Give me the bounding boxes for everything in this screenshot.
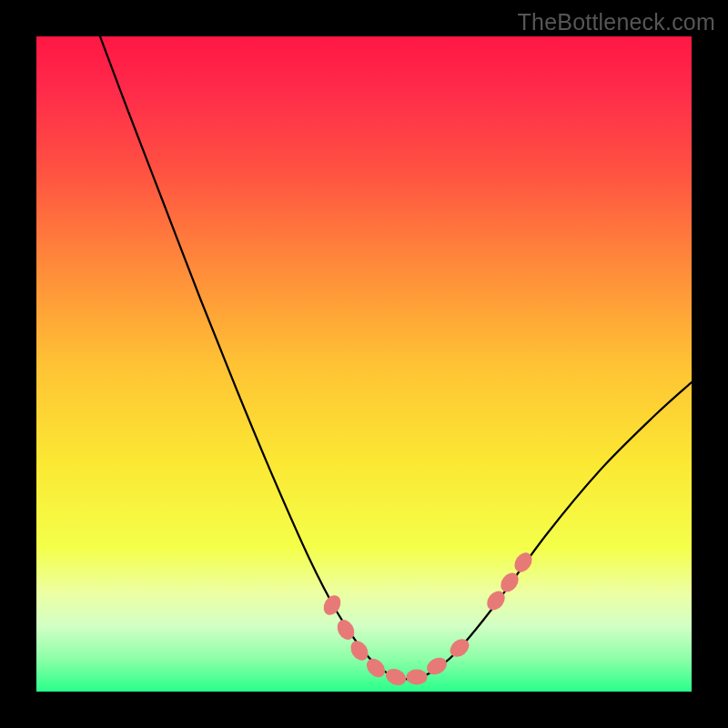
curve-marker	[383, 666, 409, 689]
watermark-label: TheBottleneck.com	[518, 9, 715, 35]
chart-frame: TheBottleneck.com	[0, 0, 728, 728]
curve-marker	[348, 638, 372, 664]
curve-marker	[320, 592, 344, 618]
plot-area	[36, 36, 692, 692]
curve-marker	[407, 670, 428, 685]
curve-layer	[36, 36, 692, 692]
bottleneck-curve	[100, 36, 692, 679]
curve-marker	[363, 655, 389, 681]
curve-markers	[320, 550, 536, 689]
